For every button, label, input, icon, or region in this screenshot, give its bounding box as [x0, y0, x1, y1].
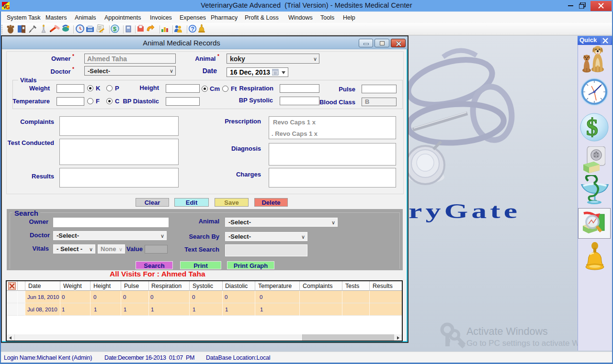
svg-text:$: $ — [113, 25, 117, 33]
svg-text:$: $ — [586, 114, 598, 141]
svg-text:?: ? — [191, 26, 194, 33]
